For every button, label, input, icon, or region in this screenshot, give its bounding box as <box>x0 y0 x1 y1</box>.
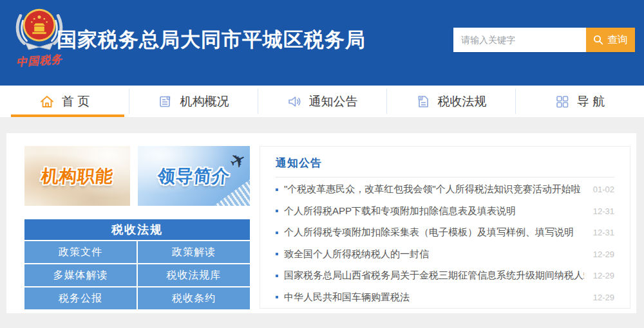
speaker-icon <box>287 94 302 109</box>
search-button-label: 查询 <box>607 33 628 47</box>
left-column: 机构职能 ✈ 领导简介 税收法规 政策文件 政策解读 多媒体解读 税收法规库 税… <box>24 146 250 309</box>
tab-home[interactable]: 首 页 <box>0 86 129 117</box>
banner-label: 机构职能 <box>40 165 114 188</box>
reg-link-multimedia[interactable]: 多媒体解读 <box>24 264 137 286</box>
list-item: "个税改革惠民众，改革红包我会领"个人所得税法知识竞赛活动开始啦！ 01-02 <box>276 179 614 201</box>
notices-panel: 通知公告 "个税改革惠民众，改革红包我会领"个人所得税法知识竞赛活动开始啦！ 0… <box>260 146 630 309</box>
notice-link[interactable]: 中华人民共和国车辆购置税法 <box>284 291 584 304</box>
page: 中国税务 国家税务总局大同市平城区税务局 查询 首 页 <box>0 0 644 328</box>
list-item: 致全国个人所得税纳税人的一封信 12-29 <box>276 244 614 266</box>
list-item: 个人所得税APP下载和专项附加扣除信息表及填表说明 12-31 <box>276 201 614 223</box>
bullet-icon <box>276 275 278 277</box>
tab-label: 导 航 <box>577 93 605 110</box>
reg-link-law-library[interactable]: 税收法规库 <box>138 264 250 286</box>
reg-link-policy-documents[interactable]: 政策文件 <box>24 241 137 263</box>
notice-link[interactable]: 个人所得税专项附加扣除采集表（电子模板）及填写样例、填写说明 <box>284 226 584 239</box>
list-item: 中华人民共和国车辆购置税法 12-29 <box>276 287 614 309</box>
bullet-icon <box>276 253 278 255</box>
grid-icon <box>554 94 570 109</box>
reg-link-tax-gazette[interactable]: 税务公报 <box>24 287 137 309</box>
banner-label: 领导简介 <box>156 165 231 188</box>
tab-label: 税收法规 <box>438 93 487 110</box>
tab-notices[interactable]: 通知公告 <box>258 86 386 117</box>
notices-title: 通知公告 <box>276 156 614 170</box>
site-title: 国家税务总局大同市平城区税务局 <box>57 26 366 53</box>
tab-organization[interactable]: 机构概况 <box>129 86 258 117</box>
divider <box>276 177 614 178</box>
search-icon <box>593 35 603 45</box>
search-input[interactable] <box>453 28 586 52</box>
list-item: 国家税务总局山西省税务局关于金税三期征管信息系统升级期间纳税人端... 12-2… <box>276 265 614 287</box>
reg-link-policy-interpretation[interactable]: 政策解读 <box>138 241 250 263</box>
notice-date: 12-29 <box>593 293 614 302</box>
tax-document-icon: 税 <box>415 94 431 109</box>
regulations-table: 税收法规 政策文件 政策解读 多媒体解读 税收法规库 税务公报 税收条约 <box>24 219 250 309</box>
document-icon <box>158 94 173 109</box>
reg-link-tax-treaties[interactable]: 税收条约 <box>138 287 250 309</box>
banner-leadership[interactable]: ✈ 领导简介 <box>138 146 250 206</box>
notice-date: 01-02 <box>593 185 614 194</box>
banner-org-functions[interactable]: 机构职能 <box>24 146 130 206</box>
tab-sitemap[interactable]: 导 航 <box>515 86 644 117</box>
bullet-icon <box>276 232 278 234</box>
tab-regulations[interactable]: 税 税收法规 <box>386 86 515 117</box>
notice-date: 12-29 <box>593 250 614 259</box>
notices-list: "个税改革惠民众，改革红包我会领"个人所得税法知识竞赛活动开始啦！ 01-02 … <box>276 179 614 308</box>
notice-date: 12-31 <box>593 206 614 216</box>
content-card: 机构职能 ✈ 领导简介 税收法规 政策文件 政策解读 多媒体解读 税收法规库 税… <box>6 133 636 313</box>
bullet-icon <box>276 296 278 298</box>
notice-link[interactable]: "个税改革惠民众，改革红包我会领"个人所得税法知识竞赛活动开始啦！ <box>284 183 584 196</box>
search-bar: 查询 <box>453 28 635 52</box>
regulations-table-title: 税收法规 <box>24 219 250 240</box>
logo-caption: 中国税务 <box>12 51 66 70</box>
notice-date: 12-31 <box>593 228 614 237</box>
search-button[interactable]: 查询 <box>586 28 635 52</box>
notice-link[interactable]: 个人所得税APP下载和专项附加扣除信息表及填表说明 <box>284 205 584 217</box>
tab-label: 首 页 <box>62 93 90 110</box>
bullet-icon <box>276 210 278 212</box>
notice-link[interactable]: 国家税务总局山西省税务局关于金税三期征管信息系统升级期间纳税人端... <box>284 269 584 282</box>
list-item: 个人所得税专项附加扣除采集表（电子模板）及填写样例、填写说明 12-31 <box>276 222 614 244</box>
main-nav: 首 页 机构概况 通知公告 税 <box>0 86 644 117</box>
tab-label: 机构概况 <box>180 93 229 110</box>
tab-label: 通知公告 <box>309 93 358 110</box>
notice-date: 12-29 <box>593 271 614 280</box>
svg-text:税: 税 <box>419 96 422 100</box>
home-icon <box>39 94 55 109</box>
notice-link[interactable]: 致全国个人所得税纳税人的一封信 <box>284 248 584 260</box>
site-header: 中国税务 国家税务总局大同市平城区税务局 查询 <box>0 0 644 86</box>
bullet-icon <box>276 188 278 191</box>
